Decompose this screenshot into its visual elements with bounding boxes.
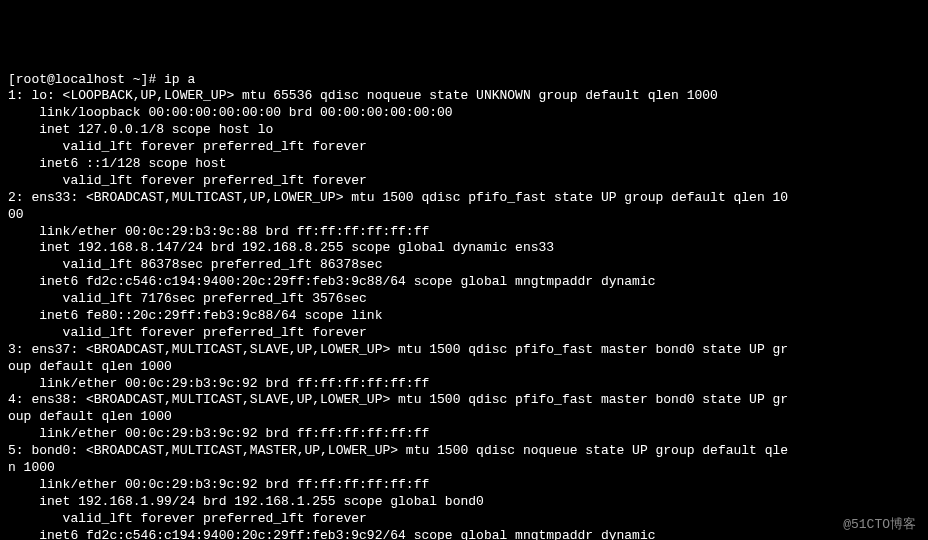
shell-prompt-line: [root@localhost ~]# ip a	[8, 72, 195, 87]
output-line: valid_lft 86378sec preferred_lft 86378se…	[8, 257, 382, 272]
output-line: inet6 ::1/128 scope host	[8, 156, 226, 171]
output-line: link/loopback 00:00:00:00:00:00 brd 00:0…	[8, 105, 453, 120]
output-line: link/ether 00:0c:29:b3:9c:92 brd ff:ff:f…	[8, 426, 429, 441]
output-line: 3: ens37: <BROADCAST,MULTICAST,SLAVE,UP,…	[8, 342, 788, 357]
output-line: valid_lft forever preferred_lft forever	[8, 139, 367, 154]
output-line: valid_lft forever preferred_lft forever	[8, 173, 367, 188]
terminal-output[interactable]: [root@localhost ~]# ip a 1: lo: <LOOPBAC…	[8, 72, 920, 540]
output-line: inet6 fd2c:c546:c194:9400:20c:29ff:feb3:…	[8, 274, 656, 289]
output-line: oup default qlen 1000	[8, 409, 172, 424]
watermark-text: @51CTO博客	[843, 517, 916, 534]
output-line: inet 127.0.0.1/8 scope host lo	[8, 122, 273, 137]
output-line: 5: bond0: <BROADCAST,MULTICAST,MASTER,UP…	[8, 443, 788, 458]
output-line: inet 192.168.1.99/24 brd 192.168.1.255 s…	[8, 494, 484, 509]
output-line: inet 192.168.8.147/24 brd 192.168.8.255 …	[8, 240, 554, 255]
output-line: link/ether 00:0c:29:b3:9c:88 brd ff:ff:f…	[8, 224, 429, 239]
output-line: inet6 fe80::20c:29ff:feb3:9c88/64 scope …	[8, 308, 382, 323]
output-line: 2: ens33: <BROADCAST,MULTICAST,UP,LOWER_…	[8, 190, 788, 205]
output-line: link/ether 00:0c:29:b3:9c:92 brd ff:ff:f…	[8, 477, 429, 492]
output-line: 1: lo: <LOOPBACK,UP,LOWER_UP> mtu 65536 …	[8, 88, 718, 103]
output-line: valid_lft forever preferred_lft forever	[8, 511, 367, 526]
output-line: n 1000	[8, 460, 55, 475]
output-line: link/ether 00:0c:29:b3:9c:92 brd ff:ff:f…	[8, 376, 429, 391]
output-line: oup default qlen 1000	[8, 359, 172, 374]
output-line: inet6 fd2c:c546:c194:9400:20c:29ff:feb3:…	[8, 528, 656, 540]
output-line: 00	[8, 207, 24, 222]
output-line: valid_lft forever preferred_lft forever	[8, 325, 367, 340]
output-line: valid_lft 7176sec preferred_lft 3576sec	[8, 291, 367, 306]
output-line: 4: ens38: <BROADCAST,MULTICAST,SLAVE,UP,…	[8, 392, 788, 407]
